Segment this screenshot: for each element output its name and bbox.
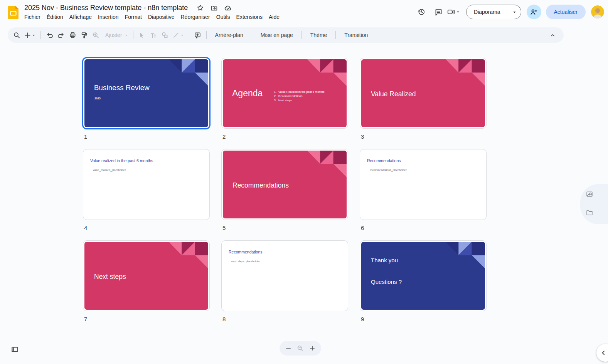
menu-item-affichage[interactable]: Affichage — [66, 13, 95, 21]
print-icon[interactable] — [67, 29, 78, 41]
slide-title: Value realized in the past 6 months — [90, 158, 153, 163]
toolbar: Ajuster Arrière-plan Mise en page Thème … — [8, 27, 564, 43]
slide-canvas: Next steps — [84, 242, 208, 310]
slide-title: Value Realized — [371, 90, 416, 98]
title-actions — [196, 4, 232, 12]
agenda-item: 1.Value Realized in the past 6 months — [272, 90, 325, 94]
menu-item-extensions[interactable]: Extensions — [233, 13, 266, 21]
agenda-list: 1.Value Realized in the past 6 months2.R… — [272, 90, 325, 102]
comment-add-icon[interactable] — [192, 29, 204, 41]
slide-cell: Thank youQuestions ?9 — [360, 241, 486, 323]
caret-icon — [31, 33, 36, 38]
slide-number: 2 — [222, 133, 348, 140]
corner-decoration — [169, 59, 208, 86]
zoom-in-icon[interactable] — [90, 29, 101, 41]
new-slide-icon[interactable] — [22, 29, 38, 41]
slide-number: 5 — [222, 225, 348, 231]
slide-thumbnail-5[interactable]: Recommendations — [222, 149, 348, 220]
slide-cell: Recommendationsrecommendations_placehold… — [360, 149, 486, 231]
slide-canvas: Thank youQuestions ? — [361, 242, 485, 310]
layout-button[interactable]: Mise en page — [255, 29, 299, 41]
menu-item-reorganiser[interactable]: Réorganiser — [177, 13, 213, 21]
zoom-out-icon[interactable] — [283, 343, 293, 353]
star-icon[interactable] — [196, 4, 204, 12]
version-history-icon[interactable] — [413, 3, 430, 20]
divider — [206, 31, 207, 39]
present-options-caret[interactable] — [508, 5, 521, 19]
present-button[interactable]: Diaporama — [467, 5, 508, 19]
slide-grid: Business Review20251Agenda1.Value Realiz… — [83, 58, 486, 323]
zoom-reset-icon[interactable] — [295, 343, 305, 353]
caret-icon — [512, 9, 517, 15]
slide-thumbnail-1[interactable]: Business Review2025 — [83, 58, 209, 128]
refresh-button[interactable]: Actualiser — [546, 5, 586, 19]
menu-item-format[interactable]: Format — [122, 13, 145, 21]
text-icon[interactable] — [148, 29, 159, 41]
undo-icon[interactable] — [44, 29, 55, 41]
zoom-controls — [280, 341, 321, 356]
slide-number: 8 — [222, 316, 348, 323]
slide-thumbnail-4[interactable]: Value realized in the past 6 monthsvalue… — [83, 149, 209, 220]
comments-icon[interactable] — [430, 3, 447, 20]
panel-collapse-icon[interactable] — [596, 344, 608, 362]
slide-body-placeholder: next_steps_placeholder — [231, 260, 260, 263]
toolbar-collapse-icon[interactable] — [547, 29, 558, 41]
move-icon[interactable] — [210, 4, 218, 12]
menu-item-aide[interactable]: Aide — [266, 13, 283, 21]
fit-zoom-select[interactable]: Ajuster — [101, 29, 130, 41]
slide-number: 7 — [83, 316, 209, 323]
slide-cell: Value realized in the past 6 monthsvalue… — [83, 149, 209, 231]
slide-cell: Agenda1.Value Realized in the past 6 mon… — [222, 58, 348, 140]
folder-icon[interactable] — [584, 207, 595, 218]
divider — [133, 31, 133, 39]
theme-button[interactable]: Thème — [305, 29, 333, 41]
menu-item-edition[interactable]: Édition — [44, 13, 66, 21]
redo-icon[interactable] — [55, 29, 67, 41]
menu-item-diapositive[interactable]: Diapositive — [145, 13, 177, 21]
slide-thumbnail-6[interactable]: Recommendationsrecommendations_placehold… — [360, 149, 486, 220]
agenda-item-text: Value Realized in the past 6 months — [278, 90, 325, 94]
search-icon[interactable] — [11, 29, 22, 41]
image-search-icon[interactable] — [584, 189, 595, 200]
menu-item-fichier[interactable]: Fichier — [21, 13, 44, 21]
background-button[interactable]: Arrière-plan — [209, 29, 249, 41]
slides-app-icon[interactable] — [8, 6, 19, 19]
slide-title: Next steps — [94, 273, 126, 281]
agenda-item-number: 3. — [272, 98, 276, 102]
paint-format-icon[interactable] — [78, 29, 90, 41]
slide-thumbnail-8[interactable]: Recommendationsnext_steps_placeholder — [222, 241, 348, 311]
header-actions: Diaporama Actualiser — [413, 3, 604, 20]
agenda-item-number: 2. — [272, 94, 276, 98]
slide-canvas: Recommendationsnext_steps_placeholder — [223, 242, 347, 310]
slide-body-placeholder: recommendations_placeholder — [370, 169, 407, 171]
shape-icon[interactable] — [159, 29, 171, 41]
caret-icon — [455, 9, 461, 15]
camera-icon[interactable] — [447, 8, 461, 16]
document-title[interactable]: 2025 Nov - Business Review template - n8… — [24, 4, 188, 12]
menu-item-insertion[interactable]: Insertion — [95, 13, 122, 21]
slide-thumbnail-7[interactable]: Next steps — [83, 241, 209, 311]
divider — [189, 31, 189, 39]
transition-button[interactable]: Transition — [339, 29, 374, 41]
cloud-icon[interactable] — [224, 4, 232, 12]
grid-toggle-icon[interactable] — [10, 345, 19, 354]
slide-title: Agenda — [232, 88, 263, 99]
slide-thumbnail-2[interactable]: Agenda1.Value Realized in the past 6 mon… — [222, 58, 348, 128]
line-icon[interactable] — [171, 29, 186, 41]
slide-subtitle: 2025 — [94, 97, 101, 100]
share-icon[interactable] — [527, 5, 541, 19]
present-split-button: Diaporama — [466, 5, 521, 19]
select-icon[interactable] — [136, 29, 148, 41]
slide-number: 9 — [360, 316, 486, 323]
divider — [252, 31, 252, 39]
menu-item-outils[interactable]: Outils — [213, 13, 233, 21]
slide-cell: Business Review20251 — [83, 58, 209, 140]
slide-canvas: Recommendationsrecommendations_placehold… — [361, 151, 485, 218]
slide-number: 3 — [360, 133, 486, 140]
avatar[interactable] — [591, 5, 604, 18]
slide-thumbnail-3[interactable]: Value Realized — [360, 58, 486, 128]
slide-thumbnail-9[interactable]: Thank youQuestions ? — [360, 241, 486, 311]
zoom-plus-icon[interactable] — [307, 343, 317, 353]
slide-canvas: Agenda1.Value Realized in the past 6 mon… — [223, 59, 347, 127]
slide-subtitle: Questions ? — [371, 278, 402, 285]
